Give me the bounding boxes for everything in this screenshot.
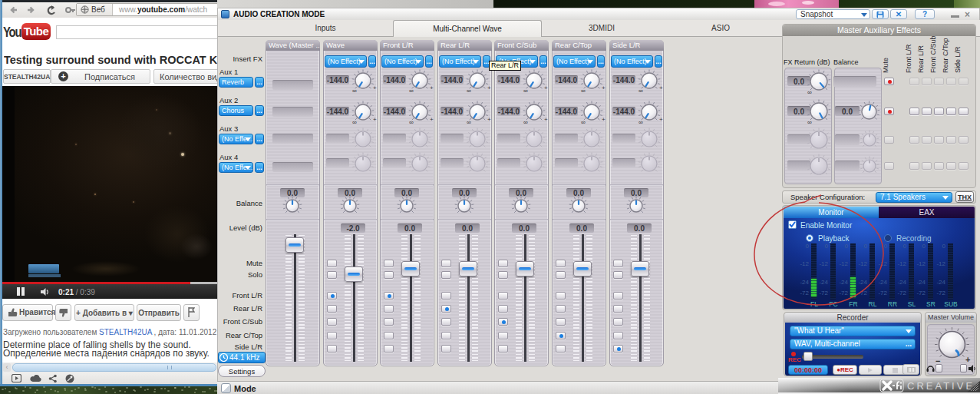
svg-text:CREATIVE: CREATIVE — [907, 380, 975, 392]
